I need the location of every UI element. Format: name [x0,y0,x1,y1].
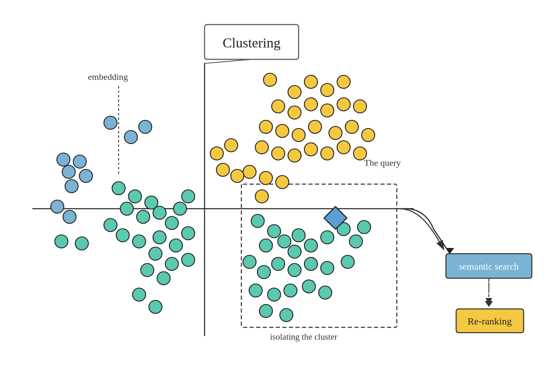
svg-point-32 [104,219,117,232]
svg-point-35 [153,231,166,244]
svg-point-16 [79,169,92,182]
svg-point-98 [259,171,272,185]
svg-point-46 [149,300,162,313]
svg-point-83 [259,120,272,133]
svg-marker-8 [446,248,454,254]
svg-point-95 [337,141,350,154]
svg-point-17 [65,180,78,193]
svg-point-45 [133,288,146,301]
svg-point-42 [157,272,170,285]
svg-point-13 [57,153,70,166]
svg-point-30 [173,202,187,215]
svg-point-72 [263,73,277,86]
svg-point-22 [63,210,76,223]
svg-point-52 [288,245,301,258]
svg-point-65 [249,284,262,297]
svg-point-60 [272,257,285,270]
svg-point-77 [272,100,285,113]
svg-point-33 [116,229,129,242]
svg-point-82 [353,100,367,113]
svg-point-29 [165,216,178,230]
svg-point-84 [276,124,289,137]
svg-point-27 [137,210,150,223]
svg-point-62 [304,257,317,270]
svg-point-58 [243,255,256,268]
svg-point-71 [280,309,293,322]
svg-point-43 [55,235,68,248]
svg-point-87 [329,126,342,140]
svg-point-96 [353,147,367,160]
svg-point-79 [304,98,317,111]
svg-point-97 [243,165,256,178]
svg-point-49 [259,239,272,252]
semantic-search-label: semantic search [459,261,519,272]
svg-point-51 [292,229,305,242]
svg-point-44 [75,237,88,250]
svg-point-53 [304,239,317,252]
svg-point-40 [182,253,195,266]
svg-point-56 [349,235,362,248]
svg-point-63 [321,261,334,275]
svg-point-88 [345,120,358,133]
svg-point-86 [308,120,322,133]
svg-point-34 [133,235,146,248]
svg-point-73 [288,86,301,99]
svg-point-80 [321,104,334,117]
svg-point-78 [288,106,301,119]
isolating-cluster-label: isolating the cluster [270,332,337,342]
svg-point-38 [149,247,162,260]
svg-point-66 [268,288,281,301]
re-ranking-label: Re-ranking [468,316,512,327]
svg-point-48 [268,225,281,238]
svg-point-31 [182,190,195,203]
svg-point-68 [302,280,315,293]
svg-point-101 [210,147,223,160]
svg-point-103 [216,163,230,176]
svg-point-91 [272,147,285,160]
svg-point-93 [304,143,317,156]
svg-point-23 [112,182,125,195]
svg-point-69 [319,286,332,299]
svg-point-21 [51,200,64,213]
svg-point-28 [153,206,166,219]
svg-point-85 [292,128,305,142]
svg-point-100 [255,190,268,203]
svg-point-89 [362,128,375,142]
svg-point-50 [278,235,291,248]
svg-point-57 [358,221,371,234]
svg-point-102 [225,139,238,152]
svg-point-99 [276,176,289,189]
svg-point-20 [139,120,152,133]
svg-point-90 [255,141,268,154]
diagram-container: Clustering embedding The query isolating… [0,0,558,392]
svg-point-26 [120,202,133,215]
svg-point-36 [169,239,182,252]
svg-point-15 [62,165,75,178]
svg-point-94 [321,147,334,160]
svg-point-39 [165,257,178,270]
svg-point-104 [231,169,244,182]
the-query-label: The query [364,158,401,168]
svg-point-61 [288,264,301,277]
svg-point-81 [337,98,350,111]
svg-line-3 [205,59,252,63]
svg-point-64 [341,255,354,268]
svg-point-54 [321,231,334,244]
svg-point-37 [182,227,195,240]
svg-point-92 [288,149,301,162]
svg-point-14 [73,155,86,168]
embedding-label: embedding [88,72,128,82]
svg-point-47 [251,214,264,228]
svg-point-74 [304,75,317,88]
clustering-label: Clustering [223,35,281,50]
svg-point-59 [257,266,270,279]
svg-point-67 [284,284,297,297]
svg-point-41 [141,264,154,277]
svg-point-70 [259,304,272,318]
svg-point-76 [337,75,350,88]
svg-point-24 [128,190,142,203]
svg-point-75 [321,83,334,97]
svg-point-19 [124,131,137,144]
svg-point-18 [104,116,117,129]
